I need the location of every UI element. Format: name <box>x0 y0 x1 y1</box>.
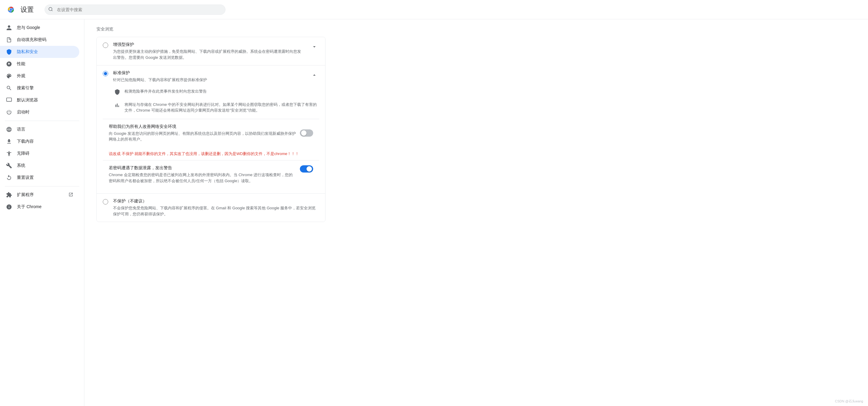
main-layout: 您与 Google 自动填充和密码 隐私和安全 性能 <box>0 19 868 406</box>
sub-option-compare-text: 将网址与存储在 Chrome 中的不安全网站列表进行比对。如果某个网站企图窃取您… <box>124 102 319 113</box>
svg-point-4 <box>49 7 52 10</box>
standard-desc: 针对已知危险网站、下载内容和扩展程序提供标准保护 <box>113 77 305 83</box>
sidebar-item-autofill[interactable]: 自动填充和密码 <box>0 34 79 46</box>
power-icon <box>6 109 12 115</box>
standard-radio[interactable] <box>103 71 108 76</box>
sidebar: 您与 Google 自动填充和密码 隐私和安全 性能 <box>0 19 84 406</box>
page-title: 设置 <box>21 5 34 14</box>
search-engine-icon <box>6 85 12 91</box>
safe-browsing-options: 增强型保护 为您提供更快速主动的保护措施，免受危险网站、下载内容或扩展程序的威胁… <box>96 37 326 222</box>
annotation-area: 说改成 不保护 就能不删你的文件，其实改了也没用，该删还是删，因为是WD删你的文… <box>103 147 319 161</box>
noprotection-title: 不保护（不建议） <box>113 199 319 204</box>
standard-title: 标准保护 <box>113 70 305 76</box>
sidebar-item-performance[interactable]: 性能 <box>0 58 79 70</box>
search-input[interactable] <box>44 4 225 15</box>
sidebar-item-label: 自动填充和密码 <box>17 37 46 42</box>
enhanced-title: 增强型保护 <box>113 42 305 47</box>
sidebar-item-system[interactable]: 系统 <box>0 160 79 172</box>
sidebar-item-label: 无障碍 <box>17 151 30 156</box>
autofill-icon <box>6 37 12 43</box>
sub-option-compare: 将网址与存储在 Chrome 中的不安全网站列表进行比对。如果某个网站企图窃取您… <box>114 99 319 116</box>
help-desc: 向 Google 发送您访问的部分网页的网址、有限的系统信息以及部分网页内容，以… <box>109 130 300 142</box>
external-link-icon <box>68 192 73 198</box>
info-icon <box>6 204 12 210</box>
search-bar[interactable] <box>44 4 225 15</box>
help-toggle-slider <box>300 129 313 137</box>
shield-icon <box>6 49 12 55</box>
sidebar-item-label: 搜索引擎 <box>17 85 34 91</box>
sidebar-item-label: 隐私和安全 <box>17 49 38 55</box>
browser-icon <box>6 97 12 103</box>
noprotection-radio[interactable] <box>103 199 108 204</box>
sidebar-item-label: 下载内容 <box>17 139 34 144</box>
palette-icon <box>6 73 12 79</box>
accessibility-icon <box>6 150 12 156</box>
app-header: 设置 <box>0 0 868 19</box>
sidebar-item-label: 您与 Google <box>17 25 40 30</box>
sidebar-item-accessibility[interactable]: 无障碍 <box>0 147 79 160</box>
standard-expand-button[interactable] <box>310 70 319 80</box>
sidebar-item-privacy[interactable]: 隐私和安全 <box>0 46 79 58</box>
password-section: 若密码遭遇了数据泄露，发出警告 Chrome 会定期检查您的密码是否已被列在网上… <box>103 160 319 188</box>
no-protection-option: 不保护（不建议） 不会保护您免受危险网站、下载内容和扩展程序的侵害。在 Gmai… <box>97 194 325 222</box>
standard-protection-option: 标准保护 针对已知危险网站、下载内容和扩展程序提供标准保护 <box>97 65 325 194</box>
enhanced-protection-option: 增强型保护 为您提供更快速主动的保护措施，免受危险网站、下载内容或扩展程序的威胁… <box>97 37 325 65</box>
enhanced-radio-wrap[interactable] <box>103 42 108 49</box>
shield-sub-icon <box>114 88 121 96</box>
password-toggle[interactable] <box>300 165 313 173</box>
password-title: 若密码遭遇了数据泄露，发出警告 <box>109 165 295 171</box>
noprotection-radio-wrap[interactable] <box>103 199 108 205</box>
sidebar-item-label: 外观 <box>17 73 25 79</box>
sidebar-item-language[interactable]: 语言 <box>0 123 79 136</box>
password-toggle-slider <box>300 165 313 173</box>
sidebar-item-startup[interactable]: 启动时 <box>0 106 79 118</box>
sidebar-item-appearance[interactable]: 外观 <box>0 70 79 82</box>
password-desc: Chrome 会定期检查您的密码是否已被列在网上发布的外泄密码列表内。当 Chr… <box>109 172 295 184</box>
reset-icon <box>6 175 12 181</box>
watermark-text: CSDN @石头wang <box>835 399 863 404</box>
sidebar-item-search[interactable]: 搜索引擎 <box>0 82 79 94</box>
sidebar-item-label: 启动时 <box>17 110 30 115</box>
help-toggle[interactable] <box>300 129 313 137</box>
sidebar-item-label: 关于 Chrome <box>17 204 41 210</box>
help-section: 帮助我们为所有人改善网络安全环境 向 Google 发送您访问的部分网页的网址、… <box>103 119 319 147</box>
sidebar-item-label: 性能 <box>17 61 25 67</box>
sidebar-item-google[interactable]: 您与 Google <box>0 22 79 34</box>
svg-rect-5 <box>7 98 12 102</box>
sidebar-item-download[interactable]: 下载内容 <box>0 136 79 147</box>
sidebar-item-reset[interactable]: 重置设置 <box>0 172 79 184</box>
sidebar-item-extensions[interactable]: 扩展程序 <box>0 189 79 201</box>
download-icon <box>6 139 12 144</box>
enhanced-desc: 为您提供更快速主动的保护措施，免受危险网站、下载内容或扩展程序的威胁。系统会在密… <box>113 49 305 60</box>
standard-sub-options: 检测危险事件并在此类事件发生时向您发出警告 将网址与存储在 Chrome 中的不… <box>103 83 319 119</box>
svg-point-3 <box>10 8 12 11</box>
wrench-icon <box>6 163 12 169</box>
sub-option-detect: 检测危险事件并在此类事件发生时向您发出警告 <box>114 85 319 99</box>
section-title: 安全浏览 <box>96 27 856 32</box>
chrome-logo-icon <box>6 5 16 14</box>
noprotection-desc: 不会保护您免受危险网站、下载内容和扩展程序的侵害。在 Gmail 和 Googl… <box>113 205 319 217</box>
search-icon <box>48 7 53 12</box>
gauge-icon <box>6 61 12 67</box>
chart-icon <box>114 102 121 109</box>
sidebar-item-label: 扩展程序 <box>17 192 34 198</box>
sidebar-divider-2 <box>5 186 79 186</box>
sidebar-item-label: 系统 <box>17 163 25 168</box>
content-area: 安全浏览 增强型保护 为您提供更快速主动的保护措施，免受危险网站、下载内容或扩展… <box>84 19 868 406</box>
sidebar-item-label: 默认浏览器 <box>17 97 38 103</box>
enhanced-radio[interactable] <box>103 42 108 48</box>
puzzle-icon <box>6 192 12 198</box>
enhanced-expand-button[interactable] <box>310 42 319 52</box>
sidebar-item-label: 语言 <box>17 127 25 132</box>
person-icon <box>6 25 12 31</box>
help-title: 帮助我们为所有人改善网络安全环境 <box>109 124 300 129</box>
sidebar-item-label: 重置设置 <box>17 175 34 180</box>
annotation-text: 说改成 不保护 就能不删你的文件，其实改了也没用，该删还是删，因为是WD删你的文… <box>109 151 313 157</box>
sidebar-item-about[interactable]: 关于 Chrome <box>0 201 79 213</box>
standard-radio-wrap[interactable] <box>103 71 108 77</box>
sidebar-divider-1 <box>5 121 79 121</box>
sidebar-item-browser[interactable]: 默认浏览器 <box>0 94 79 106</box>
globe-icon <box>6 126 12 133</box>
sub-option-detect-text: 检测危险事件并在此类事件发生时向您发出警告 <box>124 88 319 94</box>
